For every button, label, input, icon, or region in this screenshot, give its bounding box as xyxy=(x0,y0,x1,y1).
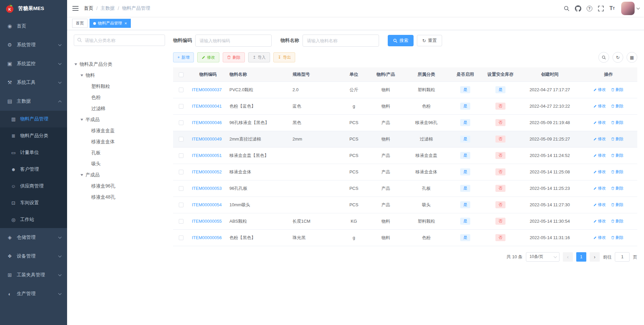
row-checkbox[interactable] xyxy=(179,219,183,224)
sidebar-item-home[interactable]: ◉ 首页 xyxy=(0,17,67,36)
tree-node-leaf[interactable]: 移液盒盒体 xyxy=(74,136,165,147)
row-checkbox[interactable] xyxy=(179,88,183,92)
user-menu[interactable] xyxy=(621,2,639,15)
github-icon[interactable] xyxy=(573,0,583,17)
search-button[interactable]: 搜索 xyxy=(388,35,414,46)
export-button[interactable]: ↧ 导出 xyxy=(273,52,295,62)
fullscreen-icon[interactable] xyxy=(596,0,606,17)
tree-node-group[interactable]: 产成品 xyxy=(74,169,165,180)
sidebar-item-system-monitor[interactable]: ▣ 系统监控 xyxy=(0,54,67,73)
row-delete-link[interactable]: 删除 xyxy=(611,218,624,224)
tab-material-product[interactable]: 物料产品管理 × xyxy=(90,19,131,28)
row-edit-link[interactable]: 修改 xyxy=(593,87,606,93)
hamburger-icon[interactable] xyxy=(67,0,84,17)
tree-node-leaf[interactable]: 色粉 xyxy=(74,92,165,103)
toggle-search-icon[interactable] xyxy=(598,52,609,63)
sidebar-subitem[interactable]: ≣ 物料产品分类 xyxy=(0,127,67,144)
material-code-link[interactable]: ITEM00000041 xyxy=(192,104,222,109)
tree-node-leaf[interactable]: 移液盒96孔 xyxy=(74,180,165,192)
row-delete-link[interactable]: 删除 xyxy=(611,120,624,125)
close-icon[interactable]: × xyxy=(124,21,127,25)
row-delete-link[interactable]: 删除 xyxy=(611,87,624,93)
row-edit-link[interactable]: 修改 xyxy=(593,103,606,109)
brand[interactable]: K 苦糖果MES xyxy=(0,0,67,17)
page-button-1[interactable]: 1 xyxy=(576,252,586,262)
row-edit-link[interactable]: 修改 xyxy=(593,235,606,240)
import-button[interactable]: ↥ 导入 xyxy=(248,52,270,62)
sidebar-item-system-tools[interactable]: ⚒ 系统工具 xyxy=(0,73,67,92)
sidebar-item-fixtures[interactable]: ⊞ 工装夹具管理 xyxy=(0,266,67,284)
row-delete-link[interactable]: 删除 xyxy=(611,136,624,142)
sidebar-item-production[interactable]: ◐ 生产管理 xyxy=(0,284,67,303)
tab-home[interactable]: 首页 xyxy=(72,19,88,28)
row-delete-link[interactable]: 删除 xyxy=(611,103,624,109)
material-name-input[interactable] xyxy=(303,35,379,47)
material-code-link[interactable]: ITEM00000056 xyxy=(192,235,222,240)
row-edit-link[interactable]: 修改 xyxy=(593,120,606,125)
row-checkbox[interactable] xyxy=(179,186,183,191)
sidebar-subitem[interactable]: ☻ 客户管理 xyxy=(0,161,67,178)
material-code-link[interactable]: ITEM00000052 xyxy=(192,169,222,174)
reset-button[interactable]: ↻ 重置 xyxy=(417,35,442,46)
row-edit-link[interactable]: 修改 xyxy=(593,169,606,175)
tree-node-group[interactable]: 物料 xyxy=(74,70,165,81)
delete-button[interactable]: 删除 xyxy=(223,52,245,62)
row-delete-link[interactable]: 删除 xyxy=(611,153,624,158)
row-checkbox[interactable] xyxy=(179,120,183,125)
help-icon[interactable]: ? xyxy=(584,0,594,17)
row-edit-link[interactable]: 修改 xyxy=(593,153,606,158)
row-edit-link[interactable]: 修改 xyxy=(593,218,606,224)
material-code-link[interactable]: ITEM00000051 xyxy=(192,153,222,158)
tree-node-leaf[interactable]: 塑料颗粒 xyxy=(74,81,165,92)
category-search-input[interactable] xyxy=(74,35,165,46)
add-button[interactable]: + 新增 xyxy=(173,52,194,62)
refresh-icon[interactable]: ↻ xyxy=(612,52,623,63)
material-code-input[interactable] xyxy=(195,35,272,47)
tree-node-leaf[interactable]: 过滤棉 xyxy=(74,103,165,114)
material-code-link[interactable]: ITEM00000053 xyxy=(192,186,222,191)
breadcrumb-home[interactable]: 首页 xyxy=(84,5,93,11)
row-checkbox[interactable] xyxy=(179,235,183,240)
material-code-link[interactable]: ITEM00000055 xyxy=(192,219,222,224)
sidebar-subitem[interactable]: ▥ 物料产品管理 xyxy=(0,111,67,127)
tree-node-root[interactable]: 物料及产品分类 xyxy=(74,59,165,70)
row-edit-link[interactable]: 修改 xyxy=(593,136,606,142)
select-all-checkbox[interactable] xyxy=(179,72,183,77)
tree-node-leaf[interactable]: 孔板 xyxy=(74,147,165,158)
prev-page-button[interactable]: ‹ xyxy=(563,252,573,262)
sidebar-item-master-data[interactable]: ▤ 主数据 xyxy=(0,92,67,111)
avatar[interactable] xyxy=(621,2,635,15)
tree-node-leaf[interactable]: 吸头 xyxy=(74,158,165,169)
tree-node-leaf[interactable]: 移液盒盒盖 xyxy=(74,125,165,136)
sidebar-item-warehouse[interactable]: ◈ 仓储管理 xyxy=(0,228,67,247)
page-size-select[interactable]: 10条/页 xyxy=(526,252,559,262)
tree-node-leaf[interactable]: 移液盒48孔 xyxy=(74,192,165,203)
tree-node-group[interactable]: 半成品 xyxy=(74,114,165,125)
search-icon[interactable] xyxy=(561,0,572,17)
sidebar-item-equipment[interactable]: ❖ 设备管理 xyxy=(0,247,67,266)
material-code-link[interactable]: ITEM00000054 xyxy=(192,202,222,207)
row-checkbox[interactable] xyxy=(179,104,183,109)
goto-page-input[interactable] xyxy=(615,252,630,262)
sidebar-subitem[interactable]: ▭ 计量单位 xyxy=(0,144,67,161)
material-code-link[interactable]: ITEM00000037 xyxy=(192,87,222,92)
next-page-button[interactable]: › xyxy=(590,252,600,262)
row-checkbox[interactable] xyxy=(179,153,183,158)
sidebar-subitem[interactable]: ☺ 供应商管理 xyxy=(0,178,67,195)
row-edit-link[interactable]: 修改 xyxy=(593,185,606,191)
row-delete-link[interactable]: 删除 xyxy=(611,185,624,191)
sidebar-item-system-admin[interactable]: ⚙ 系统管理 xyxy=(0,36,67,54)
row-edit-link[interactable]: 修改 xyxy=(593,202,606,208)
row-checkbox[interactable] xyxy=(179,203,183,207)
row-checkbox[interactable] xyxy=(179,137,183,142)
row-checkbox[interactable] xyxy=(179,170,183,174)
row-delete-link[interactable]: 删除 xyxy=(611,235,624,240)
columns-grid-icon[interactable]: ▦ xyxy=(627,52,637,63)
font-size-icon[interactable]: TT xyxy=(607,0,617,17)
row-delete-link[interactable]: 删除 xyxy=(611,202,624,208)
sidebar-subitem[interactable]: ◎ 工作站 xyxy=(0,211,67,228)
sidebar-subitem[interactable]: ⊡ 车间设置 xyxy=(0,195,67,211)
material-code-link[interactable]: ITEM00000046 xyxy=(192,120,222,125)
edit-button[interactable]: 修改 xyxy=(197,52,219,62)
material-code-link[interactable]: ITEM00000049 xyxy=(192,137,222,142)
